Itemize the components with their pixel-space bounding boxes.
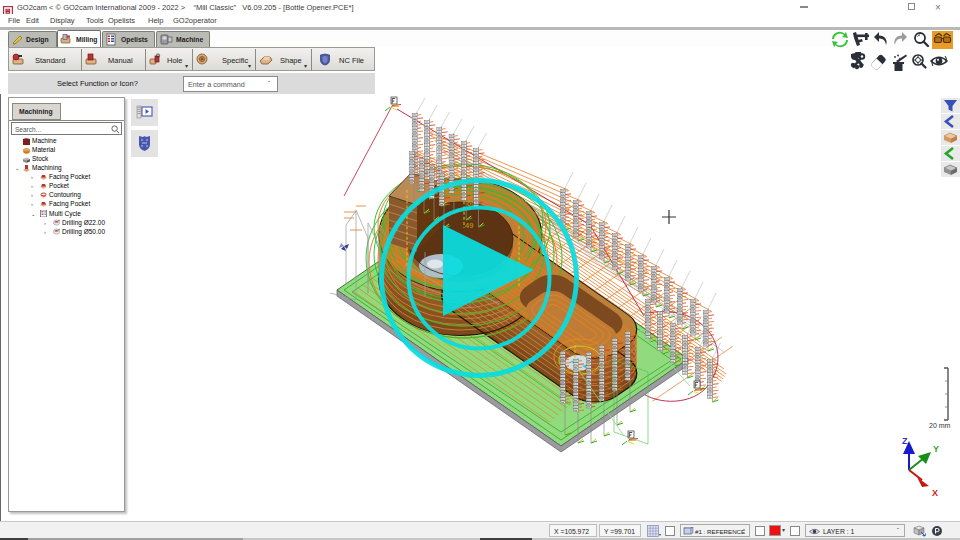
svg-text:Z: Z [902,436,908,446]
svg-text:49: 49 [465,221,473,230]
svg-text:X: X [932,488,938,498]
svg-text:27: 27 [585,345,592,351]
svg-text:Y: Y [933,444,939,454]
svg-text:20 mm: 20 mm [929,422,951,429]
